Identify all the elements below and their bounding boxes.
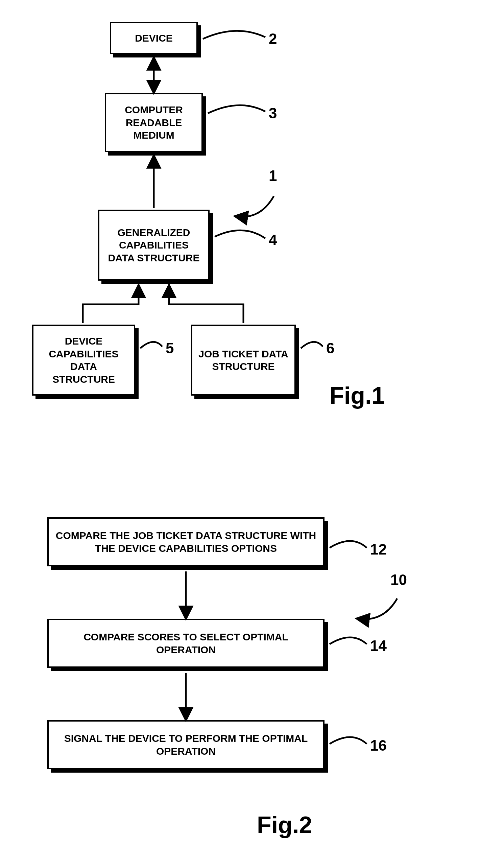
label-5: 5 (166, 340, 174, 357)
fig2-caption: Fig.2 (257, 811, 312, 839)
callout-10 (358, 598, 397, 619)
callout-1 (237, 196, 274, 217)
box-dcds: DEVICE CAPABILITIES DATA STRUCTURE (32, 325, 135, 396)
box-compare-scores: COMPARE SCORES TO SELECT OPTIMAL OPERATI… (47, 619, 324, 668)
label-4: 4 (269, 232, 277, 249)
callout-12 (329, 541, 367, 548)
box-compare-jt: COMPARE THE JOB TICKET DATA STRUCTURE WI… (47, 517, 324, 566)
box-medium-text: COMPUTER READABLE MEDIUM (112, 104, 195, 142)
callout-4 (215, 230, 265, 238)
callout-5 (140, 342, 162, 348)
box-jtds: JOB TICKET DATA STRUCTURE (191, 325, 296, 396)
label-1: 1 (269, 167, 277, 184)
label-2: 2 (269, 31, 277, 47)
box-device: DEVICE (110, 22, 198, 54)
callout-3 (208, 105, 265, 113)
box-device-text: DEVICE (135, 32, 173, 44)
box-signal: SIGNAL THE DEVICE TO PERFORM THE OPTIMAL… (47, 720, 324, 769)
box-gcds: GENERALIZED CAPABILITIES DATA STRUCTURE (98, 210, 210, 281)
box-jtds-text: JOB TICKET DATA STRUCTURE (198, 347, 288, 373)
box-dcds-text: DEVICE CAPABILITIES DATA STRUCTURE (39, 335, 128, 385)
box-signal-text: SIGNAL THE DEVICE TO PERFORM THE OPTIMAL… (55, 732, 317, 757)
arrow-dcds-gcds (83, 287, 139, 323)
label-16: 16 (370, 737, 387, 754)
label-14: 14 (370, 637, 387, 654)
label-10: 10 (391, 572, 407, 588)
box-compare-jt-text: COMPARE THE JOB TICKET DATA STRUCTURE WI… (55, 529, 317, 555)
callout-2 (203, 31, 265, 39)
label-3: 3 (269, 105, 277, 122)
arrow-jtds-gcds (169, 287, 244, 323)
callout-14 (329, 637, 367, 644)
box-gcds-text: GENERALIZED CAPABILITIES DATA STRUCTURE (106, 226, 202, 265)
fig1-caption: Fig.1 (329, 382, 385, 409)
diagram-canvas: DEVICE COMPUTER READABLE MEDIUM GENERALI… (0, 0, 504, 847)
callout-16 (329, 737, 367, 744)
callout-6 (301, 342, 323, 348)
box-medium: COMPUTER READABLE MEDIUM (105, 93, 203, 152)
box-compare-scores-text: COMPARE SCORES TO SELECT OPTIMAL OPERATI… (55, 631, 317, 656)
label-12: 12 (370, 541, 387, 558)
label-6: 6 (326, 340, 334, 357)
